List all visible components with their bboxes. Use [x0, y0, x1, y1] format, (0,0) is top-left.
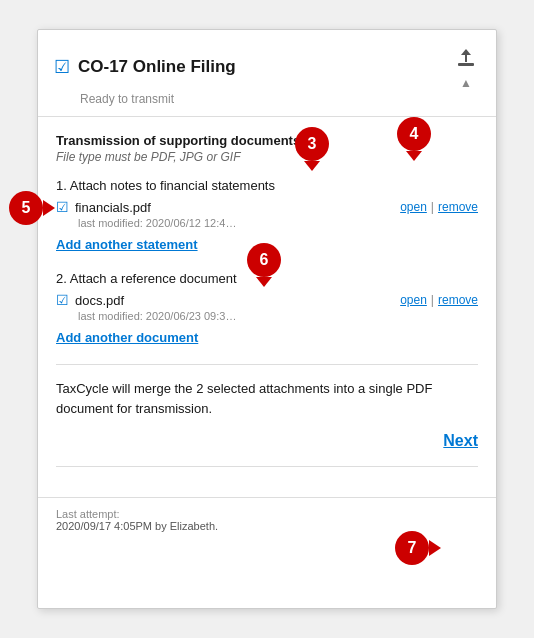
- section-subtitle: File type must be PDF, JPG or GIF: [56, 150, 478, 164]
- main-panel: ☑ CO-17 Online Filing ▲ Ready to transmi…: [37, 29, 497, 609]
- header-actions: ▲: [452, 44, 480, 90]
- file-row-1: ☑ financials.pdf open | remove: [56, 199, 478, 215]
- file-1-actions: open | remove: [400, 200, 478, 214]
- add-statement-link[interactable]: Add another statement: [56, 237, 198, 252]
- merge-note: TaxCycle will merge the 2 selected attac…: [56, 379, 478, 418]
- file-row-2: ☑ docs.pdf open | remove: [56, 292, 478, 308]
- file-2-open[interactable]: open: [400, 293, 427, 307]
- file-1-meta: last modified: 2020/06/12 12:4…: [78, 217, 478, 229]
- svg-rect-0: [458, 63, 474, 66]
- attachment-2: 2. Attach a reference document ☑ docs.pd…: [56, 271, 478, 346]
- attach-2-label: 2. Attach a reference document: [56, 271, 478, 286]
- file-2-actions: open | remove: [400, 293, 478, 307]
- attach-1-label: 1. Attach notes to financial statements: [56, 178, 478, 193]
- collapse-icon[interactable]: ▲: [460, 76, 472, 90]
- footer: Last attempt: 2020/09/17 4:05PM by Eliza…: [38, 497, 496, 546]
- body: Transmission of supporting documents Fil…: [38, 117, 496, 497]
- footer-value: 2020/09/17 4:05PM by Elizabeth.: [56, 520, 478, 532]
- file-2-name: docs.pdf: [75, 293, 124, 308]
- file-2-remove[interactable]: remove: [438, 293, 478, 307]
- upload-icon[interactable]: [452, 44, 480, 72]
- file-1-checkbox[interactable]: ☑: [56, 199, 69, 215]
- header: ☑ CO-17 Online Filing ▲ Ready to transmi…: [38, 30, 496, 117]
- svg-marker-2: [461, 49, 471, 55]
- header-subtitle: Ready to transmit: [80, 92, 480, 106]
- file-1-name: financials.pdf: [75, 200, 151, 215]
- add-document-link[interactable]: Add another document: [56, 330, 198, 345]
- next-button[interactable]: Next: [443, 432, 478, 450]
- file-1-remove[interactable]: remove: [438, 200, 478, 214]
- file-2-meta: last modified: 2020/06/23 09:3…: [78, 310, 478, 322]
- attachment-1: 1. Attach notes to financial statements …: [56, 178, 478, 253]
- next-row: Next: [56, 432, 478, 450]
- page-title: CO-17 Online Filing: [78, 57, 236, 77]
- file-1-open[interactable]: open: [400, 200, 427, 214]
- header-checkbox: ☑: [54, 56, 70, 78]
- footer-label: Last attempt:: [56, 508, 478, 520]
- file-2-separator: |: [431, 293, 434, 307]
- file-1-separator: |: [431, 200, 434, 214]
- file-2-checkbox[interactable]: ☑: [56, 292, 69, 308]
- divider-2: [56, 466, 478, 467]
- divider-1: [56, 364, 478, 365]
- section-title: Transmission of supporting documents: [56, 133, 478, 148]
